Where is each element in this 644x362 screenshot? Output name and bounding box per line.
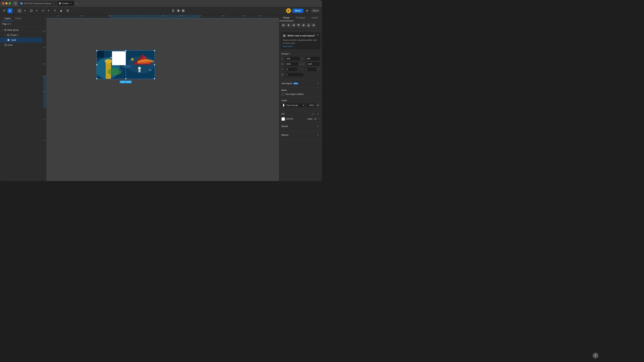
tab-close-dashboard[interactable]: ✕ [52, 2, 54, 5]
plugin-icon[interactable] [171, 8, 176, 13]
rotation-label: ↻ [282, 68, 284, 70]
align-bottom[interactable] [306, 23, 311, 27]
corner-type-btn[interactable] [318, 68, 320, 70]
svg-rect-51 [308, 26, 310, 26]
rp-tab-inspect[interactable]: Inspect [308, 15, 322, 21]
fill-color-swatch[interactable] [282, 117, 285, 121]
panel-tabs: Layers Assets [0, 15, 43, 21]
fill-remove-btn[interactable]: − [318, 118, 320, 120]
add-auto-layout-btn[interactable]: + [316, 82, 320, 85]
layer-mask-group[interactable]: ▼ Mask group [0, 27, 43, 32]
svg-rect-52 [308, 24, 308, 26]
visibility-toggle[interactable] [316, 104, 320, 106]
add-stroke-btn[interactable]: + [316, 125, 320, 128]
learn-more-link[interactable]: Learn more → [282, 45, 295, 47]
layer-group-2[interactable]: ▼ Group 2 [0, 32, 43, 37]
layer-cover[interactable]: cover [0, 42, 43, 47]
tab-untitled[interactable]: Untitled ✕ [57, 1, 74, 6]
multiplay-icon[interactable] [181, 8, 186, 13]
canvas-frame[interactable]: 2048 × 1024 [96, 50, 155, 79]
use-shape-outlines-checkbox[interactable] [282, 93, 284, 95]
shape-dropdown[interactable]: ▾ [34, 8, 39, 13]
w-input[interactable]: 2048 [285, 62, 298, 66]
frame-dropdown[interactable]: ▾ [22, 8, 27, 13]
x-input[interactable]: -628 [285, 56, 300, 61]
corner-input[interactable]: 0 [304, 67, 317, 71]
share-button[interactable]: Share [292, 8, 304, 13]
page-selector[interactable]: Page 1 ▾ [0, 21, 43, 27]
align-left[interactable] [282, 23, 286, 27]
align-center-h[interactable] [286, 23, 291, 27]
layer-mask[interactable]: mask [0, 37, 43, 42]
fill-visibility-toggle[interactable] [314, 118, 317, 120]
effects-section-header: Effects + [282, 133, 320, 137]
whats-new-close[interactable]: ✕ [316, 33, 320, 36]
layer-icon-mask-group [4, 29, 6, 31]
rotation-row: ↻ 0° ⌐ 0 [282, 67, 320, 71]
rotation-input[interactable]: 0° [285, 67, 297, 71]
frame-tool[interactable] [17, 8, 22, 13]
auto-layout-label-group: Auto layout New [282, 82, 298, 85]
present-button[interactable] [305, 8, 310, 13]
stroke-section-header: Stroke + [282, 125, 320, 128]
distribute-h[interactable] [312, 23, 316, 27]
rp-tab-prototype[interactable]: Prototype [294, 15, 308, 21]
tab-dashboard-settings[interactable]: KZN-5246: Dashboard Settings ✕ [18, 1, 56, 6]
y-input[interactable]: -809 [305, 56, 320, 61]
align-right[interactable] [292, 23, 296, 27]
pen-dropdown[interactable]: ▾ [46, 8, 51, 13]
tab-layers[interactable]: Layers [2, 16, 13, 21]
opacity-input[interactable]: 100% [306, 103, 315, 107]
group-dropdown-arrow[interactable]: ▾ [288, 52, 290, 55]
svg-rect-37 [283, 25, 284, 25]
svg-point-66 [314, 114, 314, 114]
fill-title: Fill [282, 113, 284, 115]
zoom-control[interactable]: 20% ▾ [311, 9, 320, 12]
auto-layout-row: Auto layout New + [282, 82, 320, 85]
align-middle-v[interactable] [302, 23, 306, 27]
comment-tool[interactable] [65, 8, 70, 13]
h-input[interactable]: 1024 [306, 62, 320, 66]
window-menu-dots[interactable]: ··· [316, 2, 320, 5]
layer-label-cover: cover [8, 44, 13, 46]
hand-tool[interactable] [59, 8, 64, 13]
move-tool[interactable] [2, 8, 7, 13]
theme-icon[interactable] [176, 8, 181, 13]
tab-close-untitled[interactable]: ✕ [70, 2, 72, 5]
fill-hex-value: FFFFFF [286, 118, 304, 120]
svg-rect-58 [284, 35, 285, 35]
shape-tool[interactable] [29, 8, 34, 13]
svg-point-31 [110, 57, 112, 58]
tab-assets[interactable]: Assets [13, 16, 24, 21]
avatar[interactable]: K [286, 8, 291, 13]
add-tab-button[interactable]: + [75, 1, 78, 5]
align-top[interactable] [296, 23, 301, 27]
select-tool[interactable] [8, 8, 12, 13]
minimize-button[interactable] [5, 2, 8, 4]
rp-tab-design[interactable]: Design [279, 15, 294, 21]
ruler-corner [43, 15, 46, 18]
pen-tool[interactable] [40, 8, 46, 13]
add-effect-btn[interactable]: + [316, 133, 320, 137]
fill-section-header: Fill + [282, 112, 320, 116]
ruler-v-mark-minus1500: -1500 [43, 63, 46, 65]
new-badge: New [293, 82, 298, 85]
whats-new-header: What's new in auto layout? [282, 34, 319, 37]
blend-mode-select[interactable]: Pass through ▾ [285, 103, 305, 107]
alignment-row [282, 23, 320, 27]
constrain-proportions[interactable] [300, 63, 302, 65]
effects-title: Effects [282, 134, 288, 136]
titlebar: ⌂ KZN-5246: Dashboard Settings ✕ Untitle… [0, 0, 322, 7]
zoom-level: 20% [313, 10, 317, 12]
canvas[interactable]: 2048 × 1024 [46, 18, 279, 181]
close-button[interactable] [2, 2, 4, 4]
home-button[interactable]: ⌂ [14, 1, 17, 5]
clip-input[interactable]: 0 [285, 73, 304, 77]
mask-section: Mask Use shape outlines [279, 87, 322, 97]
add-fill-btn[interactable]: + [316, 112, 320, 116]
auto-layout-label: Auto layout [282, 82, 292, 85]
maximize-button[interactable] [8, 2, 11, 4]
text-tool[interactable]: T [52, 8, 58, 13]
ruler-horizontal: -2000 -1500 -628 0 500 1000 1420 2000 25… [46, 15, 279, 18]
fill-style-btn[interactable] [312, 112, 315, 116]
